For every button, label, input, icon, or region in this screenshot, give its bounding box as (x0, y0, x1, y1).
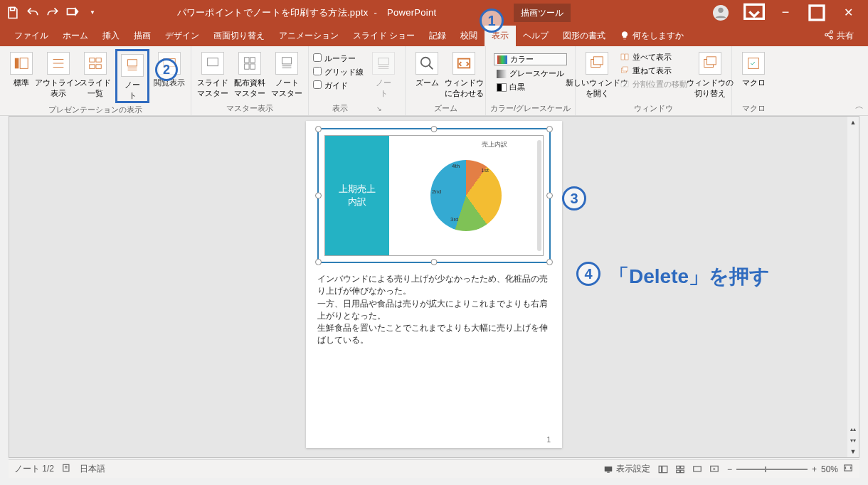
svg-rect-16 (96, 65, 101, 69)
guides-checkbox[interactable]: ガイド (313, 80, 364, 91)
scroll-up-icon[interactable]: ▲ (847, 117, 859, 128)
split-icon (620, 80, 630, 90)
resize-handle[interactable] (546, 259, 553, 265)
view-slide-sorter-button[interactable]: スライド 一覧 (78, 49, 112, 99)
fit-window-icon (452, 52, 475, 75)
reading-view-shortcut-icon[interactable] (692, 464, 703, 474)
tab-review[interactable]: 校閲 (453, 26, 485, 46)
display-settings-button[interactable]: 表示設定 (603, 463, 650, 475)
bw-mode-button[interactable]: 白黒 (494, 82, 567, 92)
notes-page-canvas[interactable]: 上期売上内訳 売上内訳 1st 2nd 3rd 4th インバウンドによる売り上… (306, 121, 562, 448)
resize-handle[interactable] (315, 259, 322, 265)
sorter-view-shortcut-icon[interactable] (674, 464, 686, 474)
zoom-percentage[interactable]: 50% (821, 464, 838, 474)
tab-record[interactable]: 記録 (422, 26, 453, 46)
resize-handle[interactable] (315, 193, 322, 199)
zoom-button[interactable]: ズーム (410, 49, 444, 88)
notes-body-text[interactable]: インバウンドによる売り上げが少なかったため、化粧品の売り上げが伸びなかった。 一… (317, 273, 551, 347)
notes-master-button[interactable]: ノート マスター (270, 49, 304, 99)
ribbon: 標準 アウトライン 表示 スライド 一覧 ノー ト 閲覧表示 プレゼンテーション… (0, 46, 868, 116)
arrange-all-button[interactable]: 並べて表示 (617, 52, 690, 63)
ribbon-display-options-icon[interactable] (740, 3, 768, 23)
tab-help[interactable]: ヘルプ (516, 26, 556, 46)
tell-me-search[interactable]: 何をしますか (620, 30, 684, 42)
maximize-icon[interactable] (803, 3, 831, 23)
dialog-launcher-icon[interactable]: ↘ (376, 105, 382, 112)
resize-handle[interactable] (546, 193, 553, 199)
normal-view-icon (10, 52, 33, 75)
gridlines-checkbox[interactable]: グリッド線 (313, 67, 364, 78)
scroll-down-icon[interactable]: ▼ (847, 446, 859, 457)
contextual-tab-drawing-tools: 描画ツール (514, 4, 571, 22)
tab-transitions[interactable]: 画面切り替え (206, 26, 272, 46)
notes-pane-button[interactable]: ノー ト (366, 49, 401, 99)
language-indicator[interactable]: 日本語 (80, 463, 105, 475)
ruler-checkbox[interactable]: ルーラー (313, 53, 364, 64)
start-from-beginning-icon[interactable] (65, 6, 80, 20)
tab-home[interactable]: ホーム (55, 26, 95, 46)
tab-design[interactable]: デザイン (158, 26, 206, 46)
color-mode-button[interactable]: カラー (494, 53, 567, 65)
close-icon[interactable]: ✕ (834, 3, 862, 23)
resize-handle[interactable] (546, 126, 553, 132)
minimize-icon[interactable]: − (771, 3, 800, 23)
slideshow-shortcut-icon[interactable] (709, 464, 720, 474)
slide-master-button[interactable]: スライド マスター (196, 49, 230, 99)
share-icon (824, 30, 834, 42)
prev-page-icon[interactable]: ▴▴ (849, 423, 857, 435)
macros-button[interactable]: マクロ (736, 49, 771, 88)
tab-insert[interactable]: 挿入 (95, 26, 127, 46)
slide-thumbnail-placeholder[interactable]: 上期売上内訳 売上内訳 1st 2nd 3rd 4th (317, 128, 551, 263)
new-window-button[interactable]: 新しいウィンドウ を開く (580, 49, 614, 99)
zoom-in-icon[interactable]: + (812, 464, 817, 474)
spellcheck-icon[interactable] (61, 463, 73, 475)
normal-view-shortcut-icon[interactable] (657, 464, 669, 474)
share-button[interactable]: 共有 (824, 30, 861, 42)
tab-slideshow[interactable]: スライド ショー (346, 26, 422, 46)
save-icon[interactable] (6, 6, 20, 20)
tab-shape-format[interactable]: 図形の書式 (556, 26, 613, 46)
svg-rect-0 (11, 7, 15, 10)
vertical-scrollbar[interactable]: ▲ ▴▴▾▾ ▼ (847, 117, 859, 457)
svg-rect-44 (706, 57, 716, 65)
zoom-out-icon[interactable]: − (727, 464, 732, 474)
undo-icon[interactable] (26, 6, 40, 20)
next-page-icon[interactable]: ▾▾ (849, 435, 857, 446)
svg-rect-23 (250, 58, 255, 63)
tab-file[interactable]: ファイル (7, 26, 55, 46)
handout-master-button[interactable]: 配布資料 マスター (233, 49, 267, 99)
annotation-3: 3 (562, 186, 586, 210)
svg-rect-29 (379, 58, 389, 65)
fit-to-window-icon[interactable] (842, 463, 854, 475)
qat-dropdown-icon[interactable]: ▼ (85, 6, 100, 20)
arrange-icon (620, 53, 630, 63)
redo-icon[interactable] (46, 6, 60, 20)
view-outline-button[interactable]: アウトライン 表示 (41, 49, 75, 99)
lightbulb-icon (620, 31, 630, 41)
resize-handle[interactable] (431, 126, 438, 132)
tab-animations[interactable]: アニメーション (272, 26, 346, 46)
fit-to-window-button[interactable]: ウィンドウ に合わせる (447, 49, 481, 99)
collapse-ribbon-icon[interactable]: ︿ (855, 100, 864, 112)
view-normal-button[interactable]: 標準 (4, 49, 38, 88)
svg-rect-25 (250, 64, 255, 69)
grayscale-mode-button[interactable]: グレースケール (494, 68, 567, 79)
svg-rect-37 (621, 54, 625, 60)
pie-chart-graphic: 1st 2nd 3rd 4th (430, 160, 502, 231)
svg-rect-49 (659, 466, 662, 472)
svg-rect-9 (20, 58, 28, 69)
resize-handle[interactable] (315, 126, 322, 132)
svg-rect-55 (694, 466, 702, 471)
group-show: ルーラー グリッド線 ガイド ノー ト 表示↘ (309, 46, 406, 115)
cascade-button[interactable]: 重ねて表示 (617, 65, 690, 76)
user-avatar-icon[interactable] (713, 5, 729, 21)
switch-windows-button[interactable]: ウィンドウの 切り替え (693, 49, 727, 99)
move-split-button: 分割位置の移動 (617, 79, 690, 90)
tab-draw[interactable]: 描画 (127, 26, 158, 46)
handout-master-icon (238, 52, 261, 75)
zoom-slider[interactable]: − + 50% (727, 463, 854, 475)
group-master-views: スライド マスター 配布資料 マスター ノート マスター マスター表示 (191, 46, 309, 115)
view-notes-page-button[interactable]: ノー ト (115, 49, 149, 103)
resize-handle[interactable] (431, 259, 438, 265)
page-indicator[interactable]: ノート 1/2 (14, 463, 54, 475)
